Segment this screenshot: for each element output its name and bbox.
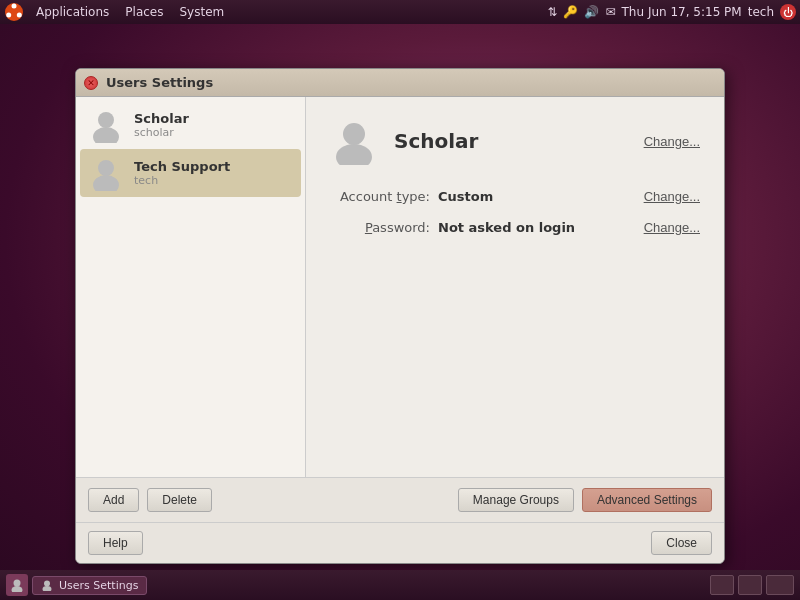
- ubuntu-logo-icon: [4, 2, 24, 22]
- user-info-scholar: Scholar scholar: [134, 111, 189, 139]
- svg-point-12: [44, 581, 50, 587]
- top-panel-left: Applications Places System: [4, 2, 232, 22]
- svg-point-13: [43, 586, 52, 591]
- top-panel: Applications Places System ⇅ 🔑 🔊 ✉ Thu J…: [0, 0, 800, 24]
- network-icon: ⇅: [547, 5, 557, 19]
- password-value: Not asked on login: [438, 220, 575, 235]
- taskbar-app-icon-small: [41, 579, 53, 591]
- user-item-tech-support[interactable]: Tech Support tech: [80, 149, 301, 197]
- change-name-button[interactable]: Change...: [644, 134, 700, 149]
- svg-point-10: [14, 580, 21, 587]
- dialog-body: Scholar scholar Tech Support tech: [76, 97, 724, 477]
- svg-point-5: [93, 127, 119, 143]
- datetime: Thu Jun 17, 5:15 PM: [622, 5, 742, 19]
- taskbar-icon: [6, 574, 28, 596]
- delete-button[interactable]: Delete: [147, 488, 212, 512]
- detail-header: Scholar Change...: [330, 117, 700, 165]
- svg-point-6: [98, 160, 114, 176]
- add-button[interactable]: Add: [88, 488, 139, 512]
- user-avatar-tech-support: [88, 155, 124, 191]
- taskbar-btn-1[interactable]: [710, 575, 734, 595]
- user-avatar-scholar: [88, 107, 124, 143]
- detail-avatar-icon: [330, 117, 378, 165]
- dialog-footer: Add Delete Manage Groups Advanced Settin…: [76, 477, 724, 522]
- close-button[interactable]: Close: [651, 531, 712, 555]
- svg-point-7: [93, 175, 119, 191]
- user-info-tech-support: Tech Support tech: [134, 159, 230, 187]
- username-tray: tech: [748, 5, 774, 19]
- taskbar-right: [710, 575, 794, 595]
- tech-support-login: tech: [134, 174, 230, 187]
- user-list-pane: Scholar scholar Tech Support tech: [76, 97, 306, 477]
- users-settings-dialog: ✕ Users Settings Scholar scholar: [75, 68, 725, 564]
- tech-support-display-name: Tech Support: [134, 159, 230, 174]
- top-panel-right: ⇅ 🔑 🔊 ✉ Thu Jun 17, 5:15 PM tech ⏻: [547, 4, 796, 20]
- taskbar-app-item[interactable]: Users Settings: [32, 576, 147, 595]
- svg-point-11: [12, 586, 23, 592]
- change-password-button[interactable]: Change...: [644, 220, 700, 235]
- svg-point-8: [343, 123, 365, 145]
- dialog-titlebar: ✕ Users Settings: [76, 69, 724, 97]
- account-type-row: Account type: Custom Change...: [330, 189, 700, 204]
- svg-point-4: [98, 112, 114, 128]
- svg-point-9: [336, 144, 372, 165]
- advanced-settings-button[interactable]: Advanced Settings: [582, 488, 712, 512]
- key-icon: 🔑: [563, 5, 578, 19]
- close-btn-wrapper: Close: [651, 531, 712, 555]
- svg-point-3: [6, 13, 11, 18]
- dialog-help-row: Help Close: [76, 522, 724, 563]
- password-row: Password: Not asked on login Change...: [330, 220, 700, 235]
- account-type-label: Account type:: [330, 189, 430, 204]
- taskbar-btn-3[interactable]: [766, 575, 794, 595]
- manage-groups-button[interactable]: Manage Groups: [458, 488, 574, 512]
- svg-point-1: [12, 4, 17, 9]
- bottom-taskbar: Users Settings: [0, 570, 800, 600]
- dialog-close-icon[interactable]: ✕: [84, 76, 98, 90]
- menu-system[interactable]: System: [171, 3, 232, 21]
- account-type-value: Custom: [438, 189, 493, 204]
- menu-applications[interactable]: Applications: [28, 3, 117, 21]
- mail-icon: ✉: [605, 5, 615, 19]
- help-button[interactable]: Help: [88, 531, 143, 555]
- svg-point-2: [17, 13, 22, 18]
- detail-username: Scholar: [394, 129, 478, 153]
- taskbar-btn-2[interactable]: [738, 575, 762, 595]
- password-label: Password:: [330, 220, 430, 235]
- user-item-scholar[interactable]: Scholar scholar: [80, 101, 301, 149]
- scholar-display-name: Scholar: [134, 111, 189, 126]
- user-detail-pane: Scholar Change... Account type: Custom C…: [306, 97, 724, 477]
- change-account-type-button[interactable]: Change...: [644, 189, 700, 204]
- volume-icon: 🔊: [584, 5, 599, 19]
- power-button[interactable]: ⏻: [780, 4, 796, 20]
- dialog-title: Users Settings: [106, 75, 213, 90]
- footer-right-buttons: Manage Groups Advanced Settings: [458, 488, 712, 512]
- taskbar-app-title: Users Settings: [59, 579, 138, 592]
- taskbar-app-icon: [10, 578, 24, 592]
- scholar-login: scholar: [134, 126, 189, 139]
- menu-places[interactable]: Places: [117, 3, 171, 21]
